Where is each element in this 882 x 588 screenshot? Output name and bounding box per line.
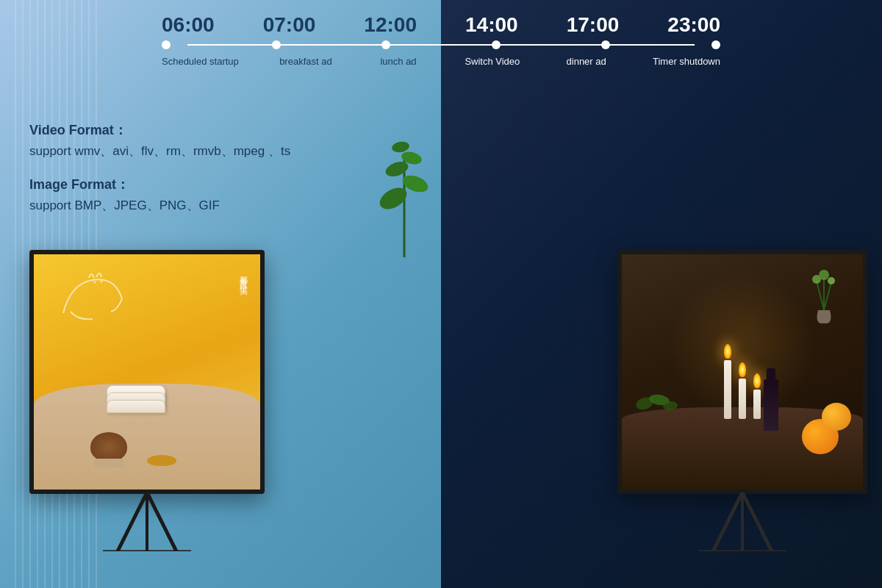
event-4: dinner ad [561,54,612,68]
timeline-times-row: 06:00 07:00 12:00 14:00 17:00 23:00 [162,13,720,37]
svg-point-16 [819,270,829,280]
right-display-screen [617,250,867,551]
format-info: Video Format： support wmv、avi、flv、rm、rmv… [29,121,426,229]
flame-2 [739,362,746,377]
event-label-1: breakfast ad [279,56,332,67]
event-2: lunch ad [373,54,424,68]
dot-2 [381,40,390,49]
candle-scene [622,254,863,490]
wine-bottle [764,379,778,431]
dot-4 [601,40,610,49]
candle-group [724,344,761,419]
dot-1 [272,40,281,49]
time-2: 12:00 [364,13,417,37]
timeline-dots [162,40,720,49]
svg-line-22 [742,492,772,551]
time-label-1: 07:00 [263,13,316,36]
timeline-line-container [162,40,720,50]
event-3: Switch Video [465,54,520,68]
left-tripod [29,492,265,551]
vase-icon [809,266,839,325]
dot-3 [492,40,501,49]
svg-line-21 [713,492,742,551]
flower-vase [809,266,839,325]
event-label-2: lunch ad [380,56,416,67]
dot-5 [711,40,720,49]
right-panel [441,0,882,588]
chinese-text: 都要爱自己一个搞笑 [238,269,249,282]
time-label-3: 14:00 [465,13,518,36]
svg-line-3 [147,492,176,551]
timeline-overlay: 06:00 07:00 12:00 14:00 17:00 23:00 [0,13,882,68]
time-0: 06:00 [162,13,215,37]
timeline-labels-row: Scheduled startup breakfast ad lunch ad … [162,54,720,68]
time-4: 17:00 [567,13,620,37]
bread-image: 都要爱自己一个搞笑 [34,254,260,490]
event-label-5: Timer shutdown [653,56,720,67]
left-display-frame: 都要爱自己一个搞笑 [29,250,265,494]
time-3: 14:00 [465,13,518,37]
event-5: Timer shutdown [653,54,720,68]
candle-body-tall [724,360,731,419]
flame-1 [724,344,731,359]
video-format-desc: support wmv、avi、flv、rm、rmvb、mpeg 、ts [29,142,426,161]
greenery-decoration [634,385,678,415]
candle-image [622,254,863,490]
plant-decoration [375,110,434,257]
right-display-frame [617,250,867,494]
bread-scene: 都要爱自己一个搞笑 [34,254,260,490]
svg-point-11 [391,140,410,154]
right-tripod [617,492,867,551]
svg-point-17 [828,277,835,284]
event-label-4: dinner ad [567,56,606,67]
video-format-section: Video Format： support wmv、avi、flv、rm、rmv… [29,121,426,161]
candle-body-short [753,390,761,419]
candle-body-medium [739,379,746,419]
toast-stack [107,385,165,407]
time-label-0: 06:00 [162,13,215,36]
time-1: 07:00 [263,13,316,37]
greenery-icon [634,385,678,415]
event-0: Scheduled startup [162,54,239,68]
flame-3 [753,373,761,388]
event-label-3: Switch Video [465,56,520,67]
toast-slice-3 [107,400,165,413]
orange-2 [822,403,851,431]
event-1: breakfast ad [279,54,332,68]
right-tripod-icon [684,492,801,551]
time-5: 23:00 [667,13,720,37]
candle-short [753,373,761,419]
time-label-2: 12:00 [364,13,417,36]
svg-line-12 [817,281,824,310]
image-format-title: Image Format： [29,176,426,193]
event-label-0: Scheduled startup [162,56,239,67]
left-panel: Video Format： support wmv、avi、flv、rm、rmv… [0,0,441,588]
video-format-title: Video Format： [29,121,426,139]
image-format-section: Image Format： support BMP、JPEG、PNG、GIF [29,176,426,215]
svg-line-14 [824,282,831,310]
left-tripod-icon [88,492,206,551]
tart [147,455,176,466]
svg-point-1 [101,281,103,283]
muffin [90,432,127,462]
left-display-screen: 都要爱自己一个搞笑 [29,250,265,551]
candle-tall [724,344,731,419]
candle-medium [739,362,746,419]
image-format-desc: support BMP、JPEG、PNG、GIF [29,196,426,215]
plant-icon [375,110,434,257]
time-label-4: 17:00 [567,13,620,36]
svg-line-2 [118,492,147,551]
dot-0 [162,40,171,49]
svg-point-0 [94,282,96,284]
time-label-5: 23:00 [667,13,720,36]
cat-doodle-icon [49,269,137,328]
